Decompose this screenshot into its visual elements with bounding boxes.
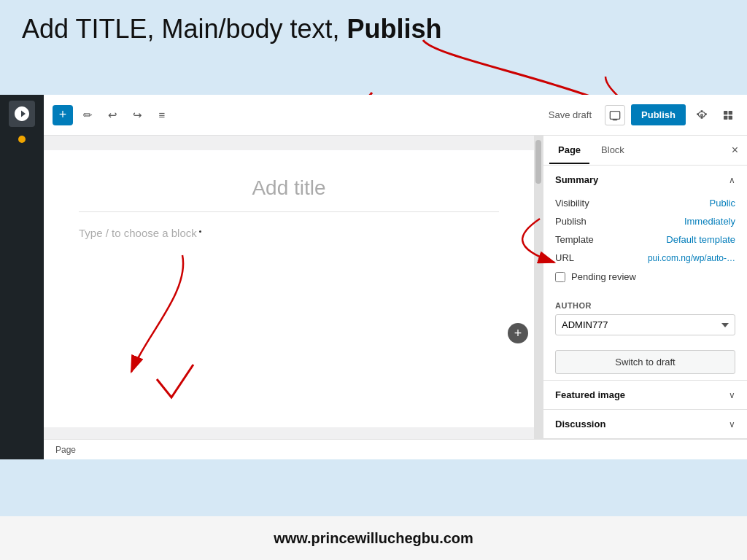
featured-image-header[interactable]: Featured image ∨ [543, 381, 747, 409]
instruction-normal: Add TITLE, Main/body text, [22, 14, 347, 44]
summary-title: Summary [555, 174, 598, 185]
page-canvas[interactable]: Add title Type / to choose a block + [44, 136, 534, 439]
tab-page[interactable]: Page [549, 137, 589, 164]
discussion-section: Discussion ∨ [543, 410, 747, 439]
pending-review-row: Pending review [555, 267, 735, 287]
page-inner: Add title Type / to choose a block + [44, 150, 534, 427]
discussion-header[interactable]: Discussion ∨ [543, 410, 747, 438]
template-row: Template Default template [555, 230, 735, 249]
visibility-row: Visibility Public [555, 194, 735, 212]
visibility-label: Visibility [555, 198, 589, 209]
switch-to-draft-button[interactable]: Switch to draft [555, 350, 735, 374]
wp-logo[interactable] [9, 101, 35, 127]
template-value[interactable]: Default template [666, 234, 735, 245]
discussion-title: Discussion [555, 419, 605, 429]
url-label: URL [555, 252, 574, 263]
body-placeholder: Type / to choose a block [79, 227, 499, 239]
close-sidebar-icon[interactable]: × [729, 141, 741, 160]
summary-header[interactable]: Summary ∧ [543, 166, 747, 194]
svg-rect-2 [610, 111, 619, 119]
list-view-icon[interactable]: ≡ [152, 105, 172, 125]
featured-image-section: Featured image ∨ [543, 381, 747, 410]
more-options-icon[interactable] [718, 105, 738, 125]
title-placeholder: Add title [252, 176, 325, 200]
editor-content-area: Add title Type / to choose a block + [44, 136, 747, 439]
discussion-chevron-icon: ∨ [729, 419, 735, 429]
instruction-area: Add TITLE, Main/body text, Publish [0, 0, 747, 95]
pending-review-checkbox[interactable] [555, 272, 565, 282]
redo-icon[interactable]: ↪ [127, 105, 147, 125]
toolbar-right: Save draft Publish [541, 104, 738, 125]
svg-point-3 [701, 114, 703, 116]
pending-review-label: Pending review [571, 271, 636, 282]
svg-rect-4 [724, 111, 727, 114]
svg-rect-5 [729, 111, 732, 114]
publish-label: Publish [555, 216, 587, 227]
svg-rect-7 [729, 115, 732, 119]
right-sidebar: Page Block × Summary ∧ Visibility Public [543, 136, 747, 439]
sidebar-tabs: Page Block × [543, 136, 747, 166]
publish-row: Publish Immediately [555, 212, 735, 230]
instruction-bold: Publish [347, 14, 442, 44]
url-row: URL pui.com.ng/wp/auto-… [555, 249, 735, 267]
preview-button[interactable] [605, 105, 625, 125]
tab-block[interactable]: Block [592, 137, 633, 164]
featured-image-title: Featured image [555, 389, 625, 400]
title-area[interactable]: Add title [79, 165, 499, 212]
summary-content: Visibility Public Publish Immediately Te… [543, 194, 747, 295]
visibility-value[interactable]: Public [710, 198, 735, 209]
add-block-float-button[interactable]: + [508, 323, 528, 343]
save-draft-button[interactable]: Save draft [541, 105, 599, 125]
svg-rect-6 [724, 115, 727, 119]
cursor-dot [199, 230, 201, 233]
author-label: AUTHOR [555, 301, 735, 310]
status-bar: Page [44, 439, 747, 459]
wp-admin-bar [0, 95, 44, 459]
status-page-label: Page [55, 445, 76, 455]
body-area[interactable]: Type / to choose a block + [79, 212, 499, 358]
summary-section: Summary ∧ Visibility Public Publish Imme… [543, 166, 747, 381]
toolbar-left: + ✏ ↩ ↪ ≡ [53, 105, 172, 125]
scrollbar-thumb[interactable] [535, 140, 541, 184]
author-section: AUTHOR ADMIN777 [543, 295, 747, 344]
publish-button[interactable]: Publish [631, 104, 686, 125]
settings-icon[interactable] [692, 105, 712, 125]
editor-toolbar: + ✏ ↩ ↪ ≡ Save draft Publish [44, 95, 747, 136]
featured-image-chevron-icon: ∨ [729, 390, 735, 400]
instruction-text: Add TITLE, Main/body text, Publish [22, 14, 442, 44]
wp-editor-main: + ✏ ↩ ↪ ≡ Save draft Publish [44, 95, 747, 459]
wp-editor-wrapper: + ✏ ↩ ↪ ≡ Save draft Publish [0, 95, 747, 459]
summary-chevron-icon: ∧ [729, 175, 735, 185]
author-select[interactable]: ADMIN777 [555, 314, 735, 335]
pencil-icon[interactable]: ✏ [77, 105, 98, 125]
add-block-button[interactable]: + [53, 105, 73, 125]
scrollbar-track[interactable] [534, 136, 543, 439]
undo-icon[interactable]: ↩ [102, 105, 123, 125]
website-url: www.princewilluchegbu.com [274, 530, 473, 547]
notification-dot [18, 136, 26, 143]
footer: www.princewilluchegbu.com [0, 516, 747, 560]
publish-value[interactable]: Immediately [684, 216, 735, 227]
template-label: Template [555, 234, 594, 245]
url-value[interactable]: pui.com.ng/wp/auto-… [648, 253, 735, 263]
